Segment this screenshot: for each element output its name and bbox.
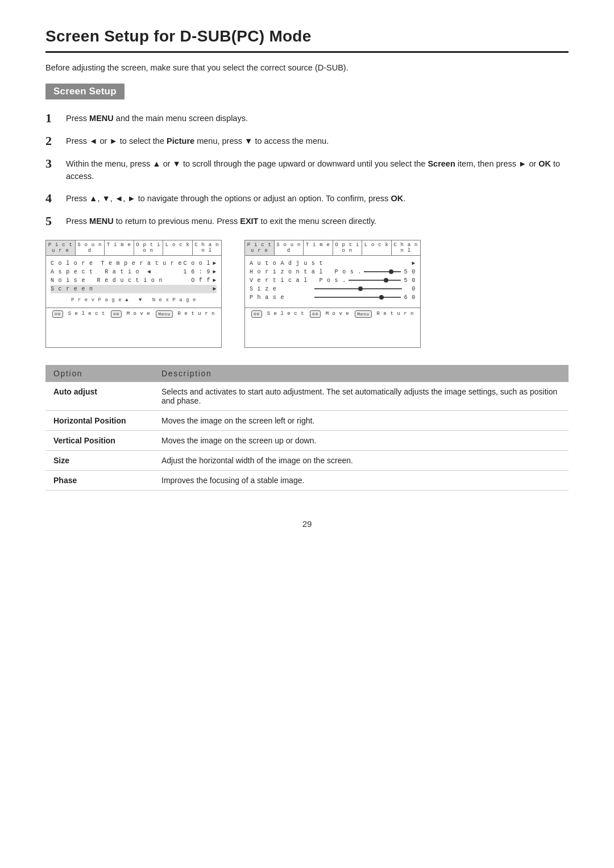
tv-prevnext: P r e v P a g e ▲ ▼ N e x P a g e: [46, 296, 221, 304]
step-4-text: Press ▲, ▼, ◄, ► to navigate through the…: [66, 192, 405, 205]
step-5-text: Press MENU to return to previous menu. P…: [66, 215, 376, 227]
tv-tab-option-1: O p t i o n: [134, 240, 164, 255]
step-1: 1 Press MENU and the main menu screen di…: [45, 112, 569, 126]
table-option-cell: Auto adjust: [45, 382, 154, 411]
table-description-cell: Moves the image on the screen up or down…: [154, 430, 569, 450]
tv-slider-hpos: 5 0: [364, 269, 416, 275]
page-title: Screen Setup for D-SUB(PC) Mode: [45, 27, 569, 45]
step-4: 4 Press ▲, ▼, ◄, ► to navigate through t…: [45, 192, 569, 206]
table-option-cell: Horizontal Position: [45, 410, 154, 430]
section-heading: Screen Setup: [45, 84, 569, 112]
tv-row-hpos: H o r i z o n t a l P o s . 5 0: [250, 268, 416, 276]
tv-tab-lock-2: L o c k: [362, 240, 392, 255]
step-3-text: Within the menu, press ▲ or ▼ to scroll …: [66, 157, 569, 183]
step-3-number: 3: [45, 156, 66, 171]
table-row: Horizontal PositionMoves the image on th…: [45, 410, 569, 430]
tv-tab-option-2: O p t i o n: [333, 240, 363, 255]
title-divider: [45, 51, 569, 53]
step-1-text: Press MENU and the main menu screen disp…: [66, 112, 248, 124]
tv-row-screen: S c r e e n ►: [51, 285, 217, 293]
tv-tab-picture-2: P i c t u r e: [245, 240, 275, 255]
tv-screen-1-footer: ⊙⊙ S e l e c t ⊙⊙ M o v e Menu R e t u r…: [46, 308, 221, 320]
table-description-cell: Moves the image on the screen left or ri…: [154, 410, 569, 430]
tv-slider-phase: 6 0: [314, 294, 416, 301]
tv-tab-sound-2: S o u n d: [275, 240, 304, 255]
step-2-number: 2: [45, 134, 66, 148]
step-1-number: 1: [45, 111, 66, 126]
tv-tab-time-1: T i m e: [105, 240, 134, 255]
step-3: 3 Within the menu, press ▲ or ▼ to scrol…: [45, 157, 569, 183]
tv-row-colour: C o l o r e T e m p e r a t u r e C o o …: [51, 259, 217, 268]
tv-row-phase: P h a s e 6 0: [250, 293, 416, 302]
tv-row-autoadjust: A u t o A d j u s t ►: [250, 259, 416, 268]
tv-row-size: S i z e 0: [250, 285, 416, 293]
step-2-text: Press ◄ or ► to select the Picture menu,…: [66, 135, 329, 147]
step-5-number: 5: [45, 214, 66, 229]
tv-screen-1-tabs: P i c t u r e S o u n d T i m e O p t i …: [46, 240, 221, 256]
table-row: Auto adjustSelects and activates to star…: [45, 382, 569, 411]
tv-tab-channel-2: C h a n n l: [392, 240, 421, 255]
tv-screen-2: P i c t u r e S o u n d T i m e O p t i …: [244, 240, 421, 348]
col-option-header: Option: [45, 365, 154, 382]
screens-row: P i c t u r e S o u n d T i m e O p t i …: [45, 240, 569, 348]
tv-slider-vpos: 5 0: [349, 277, 416, 284]
tv-row-aspect: A s p e c t R a t i o ◄ 1 6 : 9 ►: [51, 268, 217, 276]
tv-screen-2-tabs: P i c t u r e S o u n d T i m e O p t i …: [245, 240, 420, 256]
tv-row-vpos: V e r t i c a l P o s . 5 0: [250, 276, 416, 285]
table-row: PhaseImproves the focusing of a stable i…: [45, 470, 569, 490]
tv-screen-2-footer: ⊙⊙ S e l e c t ⊙⊙ M o v e Menu R e t u r…: [245, 308, 420, 320]
table-row: SizeAdjust the horizontal width of the i…: [45, 450, 569, 470]
col-description-header: Description: [154, 365, 569, 382]
table-row: Vertical PositionMoves the image on the …: [45, 430, 569, 450]
table-description-cell: Adjust the horizontal width of the image…: [154, 450, 569, 470]
table-description-cell: Selects and activates to start auto adju…: [154, 382, 569, 411]
table-description-cell: Improves the focusing of a stable image.: [154, 470, 569, 490]
step-4-number: 4: [45, 191, 66, 206]
intro-text: Before adjusting the screen, make sure t…: [45, 63, 569, 72]
tv-slider-size: 0: [314, 286, 416, 292]
tv-row-noise: N o i s e R e d u c t i o n O f f ►: [51, 276, 217, 285]
step-2: 2 Press ◄ or ► to select the Picture men…: [45, 135, 569, 148]
table-header-row: Option Description: [45, 365, 569, 382]
tv-tab-channel-1: C h a n n l: [193, 240, 222, 255]
page-number: 29: [45, 519, 569, 529]
step-5: 5 Press MENU to return to previous menu.…: [45, 215, 569, 229]
tv-screen-1: P i c t u r e S o u n d T i m e O p t i …: [45, 240, 222, 348]
tv-tab-picture-1: P i c t u r e: [46, 240, 76, 255]
option-description-table: Option Description Auto adjustSelects an…: [45, 365, 569, 491]
steps-container: 1 Press MENU and the main menu screen di…: [45, 112, 569, 229]
tv-screen-1-content: C o l o r e T e m p e r a t u r e C o o …: [46, 256, 221, 296]
tv-tab-lock-1: L o c k: [163, 240, 193, 255]
tv-tab-sound-1: S o u n d: [76, 240, 105, 255]
tv-tab-time-2: T i m e: [304, 240, 333, 255]
table-option-cell: Vertical Position: [45, 430, 154, 450]
tv-screen-2-content: A u t o A d j u s t ► H o r i z o n t a …: [245, 256, 420, 304]
table-option-cell: Size: [45, 450, 154, 470]
table-option-cell: Phase: [45, 470, 154, 490]
